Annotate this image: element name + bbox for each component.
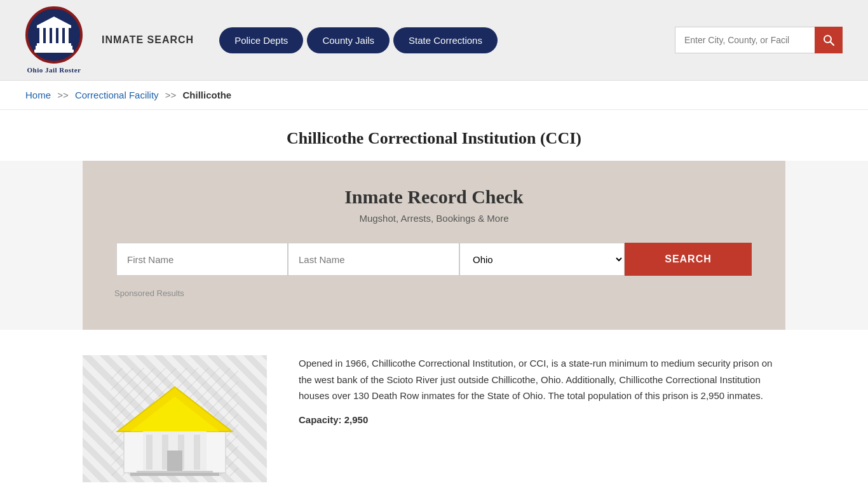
- svg-rect-1: [37, 43, 71, 46]
- svg-rect-22: [167, 451, 182, 473]
- search-icon: [822, 34, 835, 46]
- breadcrumb-correctional-facility[interactable]: Correctional Facility: [75, 90, 159, 100]
- svg-rect-9: [34, 50, 74, 53]
- record-check-search-button[interactable]: SEARCH: [625, 243, 752, 276]
- facility-content: Opened in 1966, Chillicothe Correctional…: [0, 330, 868, 488]
- logo-emblem: [25, 6, 83, 64]
- page-title-area: Chillicothe Correctional Institution (CC…: [0, 110, 868, 161]
- svg-rect-2: [39, 28, 43, 43]
- nav-county-jails[interactable]: County Jails: [307, 27, 390, 53]
- svg-rect-24: [130, 473, 219, 476]
- svg-rect-3: [46, 28, 50, 43]
- logo-text: Ohio Jail Roster: [27, 66, 81, 74]
- svg-rect-18: [146, 435, 153, 470]
- site-header: Ohio Jail Roster INMATE SEARCH Police De…: [0, 0, 868, 81]
- svg-rect-21: [194, 435, 200, 470]
- inmate-search-label: INMATE SEARCH: [102, 34, 194, 46]
- facility-capacity: Capacity: 2,950: [299, 412, 785, 428]
- breadcrumb-current: Chillicothe: [182, 90, 231, 100]
- svg-marker-7: [37, 17, 71, 25]
- svg-line-11: [831, 42, 834, 46]
- record-check-subheading: Mugshot, Arrests, Bookings & More: [114, 213, 754, 224]
- main-nav: Police Depts County Jails State Correcti…: [219, 27, 498, 53]
- breadcrumb-sep-2: >>: [165, 90, 177, 100]
- nav-police-depts[interactable]: Police Depts: [219, 27, 303, 53]
- site-logo[interactable]: Ohio Jail Roster: [25, 6, 83, 74]
- logo-svg: [32, 13, 76, 57]
- facility-building-icon: [111, 368, 238, 476]
- page-title: Chillicothe Correctional Institution (CC…: [25, 129, 843, 148]
- facility-description: Opened in 1966, Chillicothe Correctional…: [299, 355, 785, 428]
- record-check-heading: Inmate Record Check: [114, 186, 754, 208]
- svg-rect-6: [65, 28, 69, 43]
- breadcrumb-sep-1: >>: [57, 90, 69, 100]
- header-search-input[interactable]: [675, 27, 815, 53]
- first-name-input[interactable]: [116, 243, 288, 276]
- svg-rect-5: [58, 28, 62, 43]
- svg-rect-8: [36, 46, 72, 50]
- breadcrumb: Home >> Correctional Facility >> Chillic…: [0, 81, 868, 110]
- header-search-area: [675, 27, 843, 53]
- svg-rect-0: [37, 25, 71, 28]
- sponsored-label: Sponsored Results: [114, 288, 754, 298]
- breadcrumb-home[interactable]: Home: [25, 90, 51, 100]
- state-select[interactable]: Ohio Alabama Alaska Arizona Arkansas Cal…: [459, 243, 625, 276]
- facility-image: [83, 355, 267, 482]
- facility-description-text: Opened in 1966, Chillicothe Correctional…: [299, 355, 785, 404]
- svg-rect-4: [52, 28, 56, 43]
- nav-state-corrections[interactable]: State Corrections: [393, 27, 498, 53]
- record-check-form: Ohio Alabama Alaska Arizona Arkansas Cal…: [114, 243, 754, 276]
- last-name-input[interactable]: [288, 243, 459, 276]
- header-search-button[interactable]: [815, 27, 843, 53]
- record-check-section: Inmate Record Check Mugshot, Arrests, Bo…: [83, 161, 785, 330]
